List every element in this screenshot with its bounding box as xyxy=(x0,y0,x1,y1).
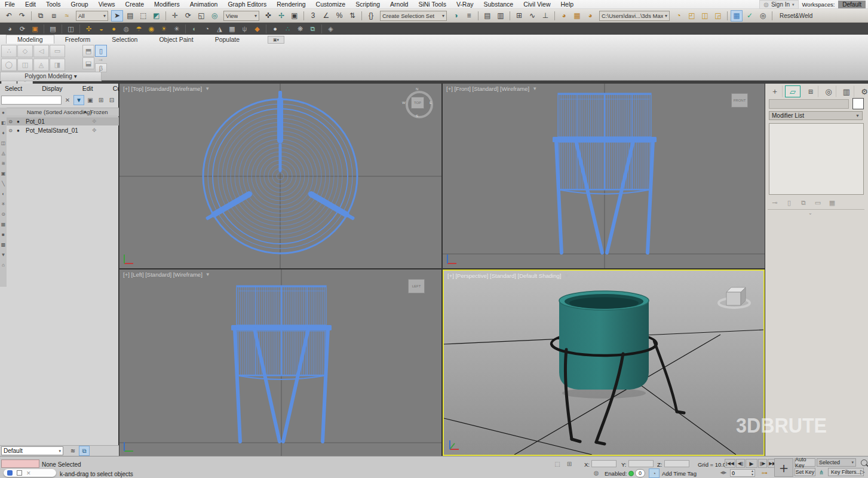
menu-rendering[interactable]: Rendering xyxy=(277,1,305,8)
light-ies-icon[interactable]: ◉ xyxy=(146,23,157,35)
fire-icon[interactable]: ◆ xyxy=(251,23,263,35)
menu-create[interactable]: Create xyxy=(125,1,145,8)
snaps-toggle-3d-icon[interactable]: 3 xyxy=(307,10,319,22)
grass-icon[interactable]: ψ xyxy=(239,23,250,35)
preview-vertex-icon[interactable]: ◫ xyxy=(17,59,33,71)
set-key-button[interactable]: Set Key xyxy=(795,468,815,476)
keyboard-shortcut-override-icon[interactable]: ▣ xyxy=(289,10,300,22)
viewport-left-label[interactable]: [+] [Left] [Standard] [Wireframe]▼ xyxy=(123,271,210,278)
selected-icon[interactable]: ▣ xyxy=(0,168,7,179)
motion-icon[interactable]: ◎ xyxy=(821,85,836,97)
select-object-icon[interactable]: ➤ xyxy=(111,10,123,22)
viewport-filter-icon[interactable]: ▼ xyxy=(564,273,569,278)
curve-editor-icon[interactable]: ∿ xyxy=(526,10,538,22)
helpers-icon[interactable]: ◬ xyxy=(0,148,7,158)
utilities-icon[interactable]: ⚙ xyxy=(857,85,868,97)
hierarchy-icon[interactable]: ⧈ xyxy=(803,85,818,97)
named-selection-set-dropdown[interactable]: Create Selection Set▾ xyxy=(380,11,447,21)
light-sun-icon[interactable]: ☀ xyxy=(158,23,170,35)
light-umbrella-icon[interactable]: ☂ xyxy=(133,23,145,35)
compass-east[interactable]: E xyxy=(430,101,432,105)
viewport-perspective[interactable]: [+] [Perspective] [Standard] [Default Sh… xyxy=(443,269,765,456)
select-by-name-icon[interactable]: ▤ xyxy=(124,10,136,22)
rendered-frame-window-icon[interactable]: ◕ xyxy=(584,10,596,22)
render-teapot-icon[interactable]: ◕ xyxy=(4,23,16,35)
collapse-tree-icon[interactable]: ⊟ xyxy=(107,96,116,105)
color-dots-icon[interactable]: ∴ xyxy=(282,23,293,35)
pen-arrow-icon[interactable]: ▷ xyxy=(860,468,865,475)
sign-in-button[interactable]: ◍Sign In▾ xyxy=(759,0,798,9)
y-coordinate-field[interactable] xyxy=(628,460,654,467)
menu-group[interactable]: Group xyxy=(71,1,88,8)
table-row[interactable]: ⊙ ● Pot_01 ✥ xyxy=(7,117,119,125)
viewport-front[interactable]: [+] [Front] [Standard] [Wireframe]▼ xyxy=(443,84,765,268)
menu-arnold[interactable]: Arnold xyxy=(390,1,408,8)
ribbon-tab-object-paint[interactable]: Object Paint xyxy=(148,35,204,44)
lights-icon[interactable]: ♦ xyxy=(0,128,7,138)
vray-logo-icon[interactable]: ◈ xyxy=(325,23,336,35)
configure-modifier-sets-icon[interactable]: ▦ xyxy=(826,197,839,208)
vertex-icon[interactable]: ∴ xyxy=(1,45,17,57)
compass-south[interactable]: S xyxy=(416,114,418,118)
key-icon[interactable]: ⊶ xyxy=(760,468,769,477)
layer-stack-icon[interactable]: ≋ xyxy=(68,446,78,455)
explorer-search-input[interactable] xyxy=(1,96,62,105)
paint-icon[interactable]: ❋ xyxy=(295,23,306,35)
menu-sini-tools[interactable]: SiNi Tools xyxy=(418,1,446,8)
compass-west[interactable]: W xyxy=(402,101,406,105)
render-preset-a-icon[interactable]: ◫ xyxy=(699,10,711,22)
auto-key-button[interactable]: Auto Key xyxy=(795,458,815,467)
angle-snap-icon[interactable]: ∠ xyxy=(320,10,332,22)
render-frame-icon[interactable]: ▣ xyxy=(29,23,41,35)
eye-icon[interactable]: ⊙ xyxy=(7,128,14,133)
edit-named-selection-sets-icon[interactable]: {} xyxy=(365,10,377,22)
menu-animation[interactable]: Animation xyxy=(190,1,218,8)
frozen-toggle-icon[interactable]: ✥ xyxy=(92,127,97,133)
menu-customize[interactable]: Customize xyxy=(316,1,346,8)
terrain-icon[interactable]: ◮ xyxy=(214,23,225,35)
border-icon[interactable]: ◁ xyxy=(33,45,49,57)
selection-lock-icon[interactable]: ⬚ xyxy=(553,459,562,468)
z-coordinate-field[interactable] xyxy=(664,460,689,467)
viewcube-compass[interactable]: N E S W TOP xyxy=(403,88,432,117)
edge-icon[interactable]: ◇ xyxy=(17,45,33,57)
viewport-filter-icon[interactable]: ▼ xyxy=(206,272,210,277)
render-iterative-icon[interactable]: ◰ xyxy=(686,10,698,22)
workspace-selector[interactable]: Default xyxy=(838,1,866,8)
render-circle-icon[interactable]: ◎ xyxy=(757,10,769,22)
mirror-icon[interactable]: ◑ xyxy=(450,10,462,22)
render-setup-icon[interactable]: ▦ xyxy=(571,10,583,22)
toggle-ribbon-icon[interactable]: ⊞ xyxy=(513,10,525,22)
light-sphere-icon[interactable]: ● xyxy=(108,23,119,35)
schematic-mini-icon[interactable]: ⧉ xyxy=(79,446,90,456)
select-and-link-icon[interactable]: ⧉ xyxy=(35,10,47,22)
region-icon[interactable] xyxy=(17,470,22,476)
modifier-stack[interactable] xyxy=(769,123,864,195)
compass-north[interactable]: N xyxy=(416,87,418,91)
shapes-icon[interactable]: ◧ xyxy=(0,118,7,128)
viewcube-3d[interactable] xyxy=(713,279,755,314)
project-folder-dropdown[interactable]: C:\Users\davi...\3ds Max 2021▾ xyxy=(599,11,670,21)
display-icon[interactable]: ▥ xyxy=(839,85,854,97)
menu-civil-view[interactable]: Civil View xyxy=(523,1,550,8)
lock-icon[interactable]: ▣ xyxy=(85,96,95,105)
capture-overlay[interactable]: ✕ xyxy=(4,469,56,477)
menu-edit[interactable]: Edit xyxy=(25,1,36,8)
viewport-filter-icon[interactable]: ▼ xyxy=(205,86,210,91)
make-unique-icon[interactable]: ⧉ xyxy=(797,197,810,208)
render-production-icon[interactable]: ◔ xyxy=(673,10,685,22)
go-to-start-button[interactable]: |◀◀ xyxy=(725,459,735,468)
viewport-top-label[interactable]: [+] [Top] [Standard] [Wireframe]▼ xyxy=(123,85,210,92)
preview-edge-icon[interactable]: ◬ xyxy=(33,59,49,71)
toggle-scene-explorer-icon[interactable]: ▤ xyxy=(481,10,493,22)
menu-modifiers[interactable]: Modifiers xyxy=(154,1,180,8)
polygon-icon[interactable]: ▭ xyxy=(50,45,65,57)
select-and-scale-icon[interactable]: ◱ xyxy=(195,10,207,22)
render-check-icon[interactable]: ✓ xyxy=(744,10,756,22)
object-name[interactable]: Pot_01 xyxy=(26,118,45,125)
absolute-offset-icon[interactable]: ⊞ xyxy=(565,459,574,468)
ribbon-tab-selection[interactable]: Selection xyxy=(101,35,148,44)
spacewarps-icon[interactable]: ≋ xyxy=(0,158,7,168)
track-icon[interactable]: ◍ xyxy=(591,468,601,477)
basket-icon[interactable]: ⌂ xyxy=(0,260,7,270)
